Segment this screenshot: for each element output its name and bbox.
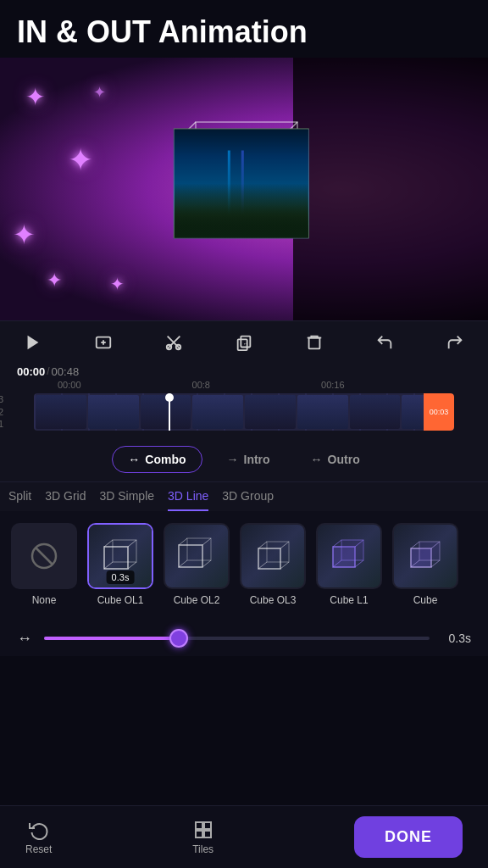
- star-deco: ✦: [25, 83, 45, 111]
- svg-line-33: [202, 538, 211, 545]
- reset-action[interactable]: Reset: [25, 820, 52, 855]
- tab-intro[interactable]: → Intro: [211, 446, 286, 473]
- svg-rect-55: [204, 822, 211, 829]
- outro-label: Outro: [328, 453, 360, 466]
- cat-tab-3dsimple[interactable]: 3D Simple: [99, 489, 154, 511]
- svg-line-23: [36, 548, 53, 565]
- duration-badge-cube-ol1: 0.3s: [107, 570, 135, 584]
- play-button[interactable]: [17, 330, 49, 355]
- anim-item-cube-ol1[interactable]: 0.3s Cube OL1: [86, 523, 154, 606]
- svg-line-46: [355, 560, 363, 567]
- slider-icon: ↔: [17, 630, 32, 648]
- thumb-strip: [34, 393, 454, 431]
- track-end-tag: 00:03: [424, 393, 454, 431]
- thumb-segment: [192, 395, 243, 429]
- thumb-segment: [36, 395, 86, 429]
- hex-pattern: [293, 58, 488, 320]
- copy-button[interactable]: ↔: [228, 330, 260, 355]
- anim-item-cube-ol2[interactable]: Cube OL2: [163, 523, 230, 606]
- thumb-img-cube-ol2: [165, 525, 228, 587]
- thumb-img-cube-ol3: [241, 525, 304, 587]
- anim-label-cube-l1: Cube L1: [330, 594, 368, 606]
- controls-bar: ↔: [0, 320, 488, 364]
- intro-icon: →: [227, 453, 239, 466]
- cube-video-thumb: [174, 128, 309, 238]
- svg-text:↔: ↔: [242, 339, 248, 347]
- anim-item-cube[interactable]: Cube: [391, 523, 459, 606]
- anim-item-cube-ol3[interactable]: Cube OL3: [239, 523, 307, 606]
- playhead[interactable]: [169, 393, 170, 431]
- thumb-segment: [88, 395, 139, 429]
- cat-tab-3dgroup[interactable]: 3D Group: [222, 489, 274, 511]
- svg-line-32: [179, 538, 187, 545]
- svg-marker-10: [28, 335, 39, 349]
- svg-line-27: [128, 540, 136, 547]
- thumb-segment: [297, 395, 348, 429]
- svg-line-50: [411, 542, 419, 548]
- undo-button[interactable]: [369, 330, 401, 355]
- time-separator: /: [47, 365, 49, 377]
- combo-label: Combo: [145, 453, 186, 466]
- anim-thumb-cube: [392, 523, 458, 589]
- anim-thumb-cube-ol1: 0.3s: [87, 523, 153, 589]
- intro-label: Intro: [244, 453, 270, 466]
- time-display: 00:00 / 00:48: [0, 364, 488, 380]
- marker-2: 00:16: [321, 380, 345, 390]
- add-clip-button[interactable]: [87, 330, 119, 355]
- page-title: IN & OUT Animation: [17, 15, 471, 49]
- cat-tab-3dline[interactable]: 3D Line: [168, 489, 208, 511]
- anim-label-cube-ol1: Cube OL1: [97, 594, 144, 606]
- timeline-area: 00:00 / 00:48 00:00 00:8 00:16 end 03 02…: [0, 364, 488, 437]
- svg-rect-56: [196, 831, 202, 837]
- marker-1: 00:8: [192, 380, 210, 390]
- svg-line-38: [258, 542, 267, 548]
- star-deco-6: ✦: [93, 83, 106, 102]
- done-button[interactable]: DONE: [354, 816, 463, 858]
- total-time: 00:48: [52, 365, 80, 378]
- svg-line-29: [104, 562, 113, 569]
- svg-line-26: [104, 540, 113, 547]
- svg-line-35: [179, 560, 187, 567]
- slider-track[interactable]: [44, 637, 430, 640]
- anim-label-cube: Cube: [413, 594, 438, 606]
- bottom-bar: Reset Tiles DONE: [0, 805, 488, 868]
- redo-button[interactable]: [439, 330, 471, 355]
- tiles-label: Tiles: [192, 843, 214, 855]
- anim-item-cube-l1[interactable]: Cube L1: [315, 523, 383, 606]
- reset-icon: [29, 820, 49, 840]
- svg-line-40: [280, 562, 289, 569]
- svg-line-41: [258, 562, 267, 569]
- star-deco-3: ✦: [13, 219, 36, 251]
- svg-rect-57: [204, 831, 211, 837]
- header: IN & OUT Animation: [0, 0, 488, 58]
- thumb-segment: [350, 395, 401, 429]
- anim-grid: None 0.3s Cube OL1: [0, 511, 488, 618]
- thumb-segment: [245, 395, 296, 429]
- tab-combo[interactable]: ↔ Combo: [112, 446, 202, 473]
- slider-area: ↔ 0.3s: [0, 618, 488, 656]
- slider-thumb[interactable]: [169, 629, 188, 648]
- anim-thumb-none: [11, 523, 77, 589]
- anim-item-none[interactable]: None: [10, 523, 78, 606]
- svg-rect-21: [309, 337, 320, 348]
- thumb-img-cube: [394, 525, 457, 587]
- cut-button[interactable]: [158, 330, 190, 355]
- cat-tab-3dgrid[interactable]: 3D Grid: [45, 489, 86, 511]
- cat-tab-split[interactable]: Split: [8, 489, 31, 511]
- svg-line-44: [333, 540, 341, 547]
- svg-rect-54: [196, 822, 202, 829]
- current-time: 00:00: [17, 365, 45, 378]
- anim-label-cube-ol2: Cube OL2: [174, 594, 220, 606]
- delete-button[interactable]: [298, 330, 330, 355]
- timeline-markers: 00:00 00:8 00:16 end: [0, 380, 488, 390]
- anim-label-none: None: [32, 594, 57, 606]
- combo-icon: ↔: [128, 453, 140, 466]
- thumb-img-cube-l1: [318, 525, 380, 587]
- svg-line-28: [128, 562, 136, 569]
- outro-icon: ↔: [311, 453, 323, 466]
- marker-0: 00:00: [58, 380, 81, 390]
- timeline-track[interactable]: 00:03: [34, 393, 454, 431]
- anim-thumb-cube-l1: [316, 523, 382, 589]
- tiles-action[interactable]: Tiles: [192, 820, 214, 855]
- tab-outro[interactable]: ↔ Outro: [295, 446, 376, 473]
